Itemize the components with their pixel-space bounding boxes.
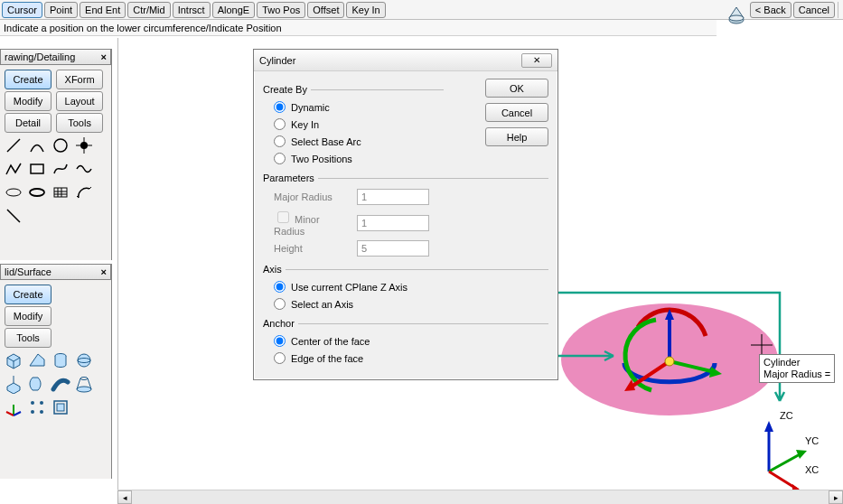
axis-icon[interactable] [4,397,23,417]
snap-ctrmid-button[interactable]: Ctr/Mid [127,2,170,18]
dialog-titlebar[interactable]: Cylinder ✕ [254,50,557,71]
scroll-left-button[interactable]: ◂ [117,490,132,504]
tooltip: Cylinder Major Radius = [759,354,835,383]
svg-line-26 [6,412,14,415]
loft-icon[interactable] [74,374,94,394]
opt-dynamic-label: Dynamic [291,102,330,113]
svg-point-29 [40,401,43,405]
ok-button[interactable]: OK [485,79,548,98]
snap-twopos-button[interactable]: Two Pos [257,2,305,18]
point-icon[interactable] [74,135,94,155]
scroll-right-button[interactable]: ▸ [829,490,843,504]
tools-button[interactable]: Tools [56,113,103,133]
acorn-nut-icon [726,5,747,26]
snap-point-button[interactable]: Point [44,2,78,18]
spline-icon[interactable] [51,159,70,179]
detail-button[interactable]: Detail [5,113,52,133]
status-line: Indicate a position on the lower circumf… [0,20,717,36]
opt-edge-face[interactable]: Edge of the face [263,350,548,367]
sphere-icon[interactable] [74,350,94,370]
ellipse-outline-icon[interactable] [4,182,23,202]
svg-line-16 [89,187,91,189]
svg-point-19 [78,354,90,367]
revolve-icon[interactable] [27,374,47,394]
snap-offset-button[interactable]: Offset [307,2,344,18]
svg-rect-7 [31,164,43,173]
arc-segment-icon[interactable] [74,182,94,202]
snap-intrsct-button[interactable]: Intrsct [173,2,211,18]
close-icon[interactable]: × [101,51,107,62]
help-button[interactable]: Help [485,127,548,146]
close-icon[interactable]: × [101,266,107,277]
svg-point-41 [665,357,674,366]
cylinder-icon[interactable] [51,350,70,370]
wave-icon[interactable] [74,159,94,179]
sweep-icon[interactable] [51,374,70,394]
opt-keyin[interactable]: Key In [263,116,444,133]
major-radius-field [357,189,429,205]
polyline-icon[interactable] [4,159,23,179]
minor-radius-field [357,215,429,231]
svg-rect-10 [54,188,67,197]
xform-button[interactable]: XForm [56,70,103,89]
opt-cplane-z[interactable]: Use current CPlane Z Axis [263,278,548,295]
wedge-icon[interactable] [27,350,47,370]
opt-edge-face-label: Edge of the face [291,353,363,364]
solid-create-button[interactable]: Create [5,285,52,304]
minor-radius-checkbox [277,211,289,223]
layout-button[interactable]: Layout [56,91,103,111]
svg-point-28 [31,401,34,405]
ellipse-fill-icon[interactable] [27,182,47,202]
svg-point-1 [729,15,744,21]
solid-tools-button[interactable]: Tools [5,328,52,348]
opt-dynamic[interactable]: Dynamic [263,98,444,116]
shell-icon[interactable] [51,397,70,417]
circle-icon[interactable] [51,135,70,155]
arc-icon[interactable] [27,135,47,155]
major-radius-label: Major Radius [274,191,350,202]
opt-twopos-label: Two Positions [291,154,352,164]
axis-z-label: ZC [780,410,793,421]
svg-line-27 [14,412,21,415]
cross-icon[interactable] [4,206,23,226]
opt-center-face[interactable]: Center of the face [263,332,548,350]
drawing-panel-header[interactable]: rawing/Detailing × [0,49,111,65]
dialog-close-button[interactable]: ✕ [521,53,552,68]
svg-point-21 [80,378,88,380]
dialog-cancel-button[interactable]: Cancel [485,103,548,122]
solid-panel-header[interactable]: lid/Surface × [0,264,111,280]
opt-center-face-label: Center of the face [291,336,370,347]
opt-two-positions[interactable]: Two Positions [263,150,444,167]
svg-rect-33 [57,404,64,411]
anchor-legend: Anchor [263,318,298,329]
rectangle-icon[interactable] [27,159,47,179]
pattern-icon[interactable] [27,397,47,417]
extrude-icon[interactable] [4,374,23,394]
cancel-button[interactable]: Cancel [793,2,835,18]
svg-point-30 [31,410,34,414]
opt-select-axis-label: Select an Axis [291,299,353,310]
box-icon[interactable] [4,350,23,370]
opt-select-base-arc[interactable]: Select Base Arc [263,133,444,150]
opt-select-axis[interactable]: Select an Axis [263,295,548,313]
snap-cursor-button[interactable]: Cursor [2,2,42,18]
hatch-icon[interactable] [51,182,70,202]
solid-panel: lid/Surface × Create Modify Tools [0,264,112,479]
drawing-panel: rawing/Detailing × Create XForm Modify L… [0,49,112,260]
svg-marker-45 [764,421,773,432]
status-text: Indicate a position on the lower circumf… [4,23,282,33]
snap-alonge-button[interactable]: AlongE [212,2,255,18]
cylinder-dialog: Cylinder ✕ OK Cancel Help Create By Dyna… [253,49,558,380]
snap-toolbar: Cursor Point End Ent Ctr/Mid Intrsct Alo… [0,0,843,20]
scroll-track[interactable] [132,490,829,504]
back-button[interactable]: < Back [750,2,791,18]
snap-keyin-button[interactable]: Key In [346,2,385,18]
svg-point-3 [54,139,67,152]
opt-selectarc-label: Select Base Arc [291,136,361,147]
create-button[interactable]: Create [5,70,52,89]
solid-modify-button[interactable]: Modify [5,306,52,326]
horizontal-scrollbar[interactable]: ◂ ▸ [117,490,843,504]
modify-button[interactable]: Modify [5,91,52,111]
snap-endent-button[interactable]: End Ent [80,2,126,18]
line-icon[interactable] [4,135,23,155]
